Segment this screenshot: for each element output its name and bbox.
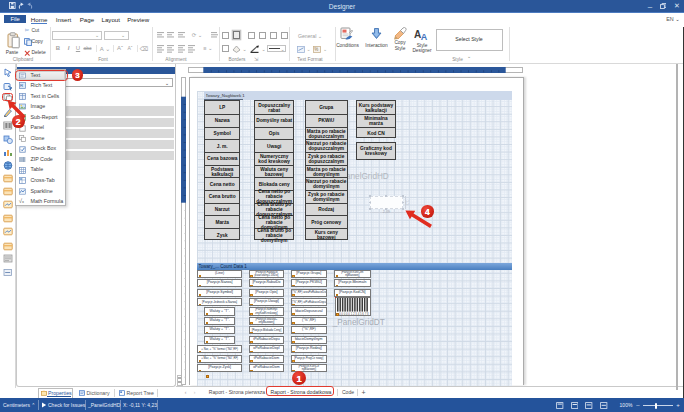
svg-text:R: R — [20, 84, 23, 89]
svg-text:%: % — [314, 47, 318, 52]
svg-text:A: A — [421, 31, 428, 40]
svg-text:0 0 0 0 0 1 2 3 4 5 6 7 8: 0 0 0 0 0 1 2 3 4 5 6 7 8 — [339, 311, 369, 315]
